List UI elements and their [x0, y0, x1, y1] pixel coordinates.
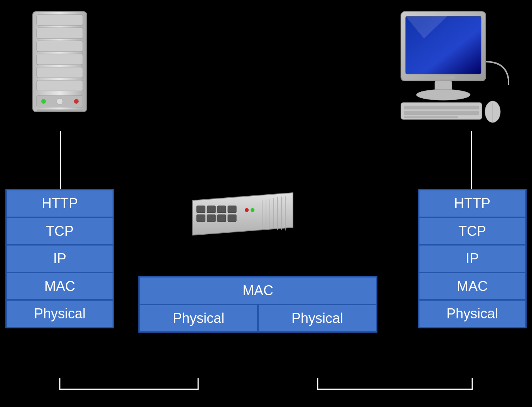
computer-icon: [393, 8, 509, 133]
svg-point-10: [74, 99, 79, 104]
switch-protocol-stack: MAC Physical Physical: [138, 276, 377, 333]
svg-rect-19: [404, 106, 479, 109]
svg-rect-1: [37, 15, 83, 25]
layer-ip-right: IP: [419, 245, 526, 272]
svg-rect-25: [207, 206, 215, 213]
switch-icon: [189, 189, 297, 240]
computer-to-stack-line: [471, 131, 472, 189]
svg-rect-5: [37, 67, 83, 78]
client-protocol-stack: HTTP TCP IP MAC Physical: [418, 189, 527, 328]
svg-rect-31: [228, 215, 236, 222]
server-icon: [21, 8, 98, 125]
layer-physical-left: Physical: [6, 300, 113, 328]
svg-rect-27: [228, 206, 236, 213]
svg-rect-11: [37, 109, 83, 111]
svg-rect-26: [217, 206, 226, 213]
svg-point-8: [41, 99, 46, 104]
switch-physical-row: Physical Physical: [139, 304, 377, 332]
layer-ip-left: IP: [6, 245, 113, 272]
server-to-stack-line: [60, 131, 61, 189]
svg-rect-30: [217, 215, 226, 222]
svg-point-9: [57, 98, 63, 104]
layer-physical-right: Physical: [419, 300, 526, 328]
svg-rect-6: [37, 80, 83, 91]
server-protocol-stack: HTTP TCP IP MAC Physical: [5, 189, 114, 328]
svg-rect-3: [37, 41, 83, 52]
layer-physical-switch-right: Physical: [258, 304, 377, 332]
svg-rect-15: [432, 76, 455, 79]
svg-rect-29: [207, 215, 215, 222]
layer-physical-switch-left: Physical: [139, 304, 258, 332]
layer-tcp-left: TCP: [6, 217, 113, 245]
layer-mac-switch: MAC: [139, 277, 377, 304]
layer-http-right: HTTP: [419, 190, 526, 217]
layer-http-left: HTTP: [6, 190, 113, 217]
svg-point-17: [416, 89, 470, 100]
svg-rect-2: [37, 28, 83, 39]
svg-point-33: [251, 208, 254, 212]
layer-mac-left: MAC: [6, 272, 113, 300]
svg-rect-21: [404, 116, 458, 118]
svg-rect-4: [37, 54, 83, 65]
svg-point-32: [245, 208, 249, 212]
layer-mac-right: MAC: [419, 272, 526, 300]
svg-rect-24: [197, 206, 205, 213]
svg-rect-20: [404, 111, 479, 115]
layer-tcp-right: TCP: [419, 217, 526, 245]
svg-rect-28: [197, 215, 205, 222]
